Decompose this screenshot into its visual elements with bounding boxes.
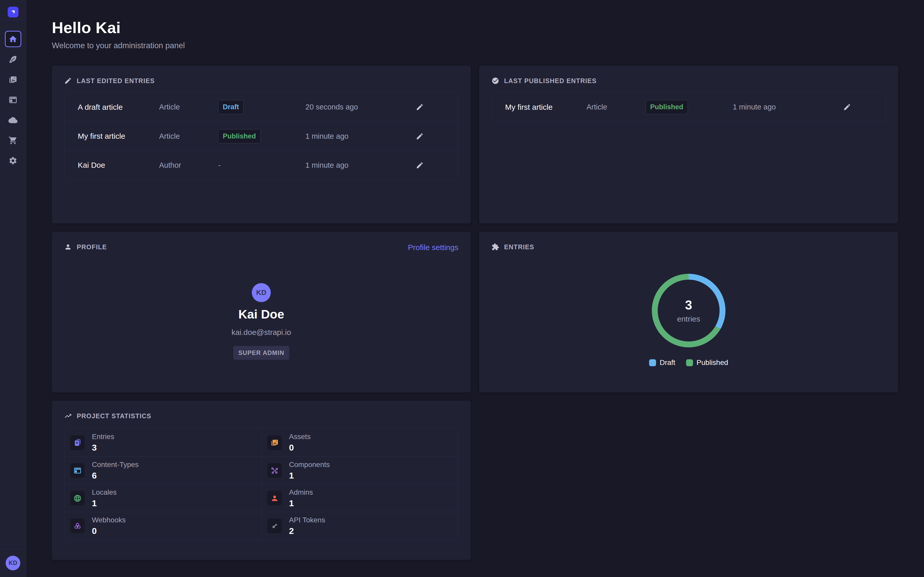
main-content: Hello Kai Welcome to your administration… bbox=[26, 0, 924, 560]
sidebar-item-content-type-builder[interactable] bbox=[5, 92, 21, 108]
dashboard-grid: LAST EDITED ENTRIES A draft article Arti… bbox=[52, 66, 898, 560]
entry-status: Draft bbox=[218, 100, 305, 114]
donut-center: 3 entries bbox=[651, 273, 726, 348]
card-title: LAST EDITED ENTRIES bbox=[77, 77, 155, 85]
stat-components: Components1 bbox=[261, 456, 458, 484]
entry-kind: Article bbox=[586, 103, 646, 111]
api-tokens-icon bbox=[267, 519, 282, 533]
entries-total: 3 bbox=[685, 298, 692, 313]
last-edited-entries-card: LAST EDITED ENTRIES A draft article Arti… bbox=[52, 66, 471, 223]
content-type-builder-icon bbox=[8, 95, 18, 105]
entry-time: 1 minute ago bbox=[733, 103, 843, 111]
edit-entry-button[interactable] bbox=[416, 161, 424, 169]
legend-item-published: Published bbox=[686, 358, 728, 367]
stat-content-types: Content-Types6 bbox=[65, 456, 261, 484]
stat-label: Admins bbox=[289, 488, 313, 496]
stat-label: Locales bbox=[92, 488, 117, 496]
sidebar: KD bbox=[0, 0, 26, 577]
pencil-icon bbox=[416, 103, 424, 111]
profile-card: PROFILE Profile settings KD Kai Doe kai.… bbox=[52, 232, 471, 392]
table-row: A draft article Article Draft 20 seconds… bbox=[65, 93, 458, 122]
settings-gear-icon bbox=[8, 156, 18, 165]
avatar: KD bbox=[252, 283, 271, 302]
person-icon bbox=[64, 243, 72, 251]
stat-label: API Tokens bbox=[289, 516, 325, 524]
entry-name: My first article bbox=[505, 103, 586, 111]
user-avatar[interactable]: KD bbox=[6, 556, 20, 571]
project-statistics-card: PROJECT STATISTICS Entries3 Assets0 Cont… bbox=[52, 401, 471, 560]
entries-chart-card: ENTRIES 3 entries Draft bbox=[479, 232, 898, 392]
sidebar-bottom: KD bbox=[0, 550, 26, 577]
page-subtitle: Welcome to your administration panel bbox=[52, 41, 898, 50]
entries-icon bbox=[70, 435, 85, 450]
check-circle-icon bbox=[491, 77, 499, 85]
legend-item-draft: Draft bbox=[649, 358, 675, 367]
profile-body: KD Kai Doe kai.doe@strapi.io SUPER ADMIN bbox=[64, 251, 459, 360]
role-badge: SUPER ADMIN bbox=[233, 346, 289, 360]
sidebar-nav bbox=[5, 31, 21, 172]
strapi-logo[interactable] bbox=[8, 6, 18, 18]
pencil-icon bbox=[416, 161, 424, 169]
trending-up-icon bbox=[64, 412, 72, 420]
table-row: Kai Doe Author - 1 minute ago bbox=[65, 150, 458, 179]
pencil-icon bbox=[416, 132, 424, 140]
entry-kind: Article bbox=[159, 103, 218, 111]
card-header: LAST PUBLISHED ENTRIES bbox=[491, 77, 886, 85]
webhooks-icon bbox=[70, 519, 85, 533]
last-edited-table: A draft article Article Draft 20 seconds… bbox=[64, 92, 459, 180]
stat-value: 0 bbox=[289, 443, 310, 453]
sidebar-item-home[interactable] bbox=[5, 31, 21, 47]
entries-donut-chart: 3 entries bbox=[651, 273, 726, 348]
entry-status: Published bbox=[646, 100, 733, 114]
entry-time: 1 minute ago bbox=[305, 132, 416, 140]
edit-entry-button[interactable] bbox=[416, 132, 424, 140]
table-row: My first article Article Published 1 min… bbox=[65, 122, 458, 150]
sidebar-item-marketplace[interactable] bbox=[5, 132, 21, 148]
stat-label: Content-Types bbox=[92, 461, 139, 469]
content-types-icon bbox=[70, 463, 85, 478]
stat-api-tokens: API Tokens2 bbox=[261, 512, 458, 540]
profile-email: kai.doe@strapi.io bbox=[231, 328, 291, 337]
stat-value: 0 bbox=[92, 526, 126, 536]
edit-entry-button[interactable] bbox=[416, 103, 424, 111]
strapi-logo-icon bbox=[10, 9, 16, 15]
sidebar-item-content-manager[interactable] bbox=[5, 51, 21, 68]
sidebar-item-settings[interactable] bbox=[5, 152, 21, 169]
table-row: My first article Article Published 1 min… bbox=[492, 93, 885, 122]
legend-label: Draft bbox=[660, 358, 675, 367]
pencil-icon bbox=[64, 77, 72, 85]
stat-locales: Locales1 bbox=[65, 484, 261, 512]
sidebar-divider bbox=[0, 550, 26, 550]
entries-total-label: entries bbox=[677, 315, 700, 323]
entry-kind: Article bbox=[159, 132, 218, 140]
entry-name: Kai Doe bbox=[78, 161, 159, 169]
stats-table: Entries3 Assets0 Content-Types6 Componen… bbox=[64, 429, 459, 540]
card-title: ENTRIES bbox=[504, 243, 534, 251]
entry-kind: Author bbox=[159, 161, 218, 169]
entry-status: - bbox=[218, 161, 305, 169]
stat-admins: Admins1 bbox=[261, 484, 458, 512]
sidebar-item-deploy[interactable] bbox=[5, 112, 21, 128]
status-badge: Draft bbox=[218, 100, 244, 114]
chart-legend: Draft Published bbox=[649, 358, 728, 367]
edit-entry-button[interactable] bbox=[843, 103, 851, 111]
card-title: LAST PUBLISHED ENTRIES bbox=[504, 77, 597, 85]
sidebar-item-media-library[interactable] bbox=[5, 71, 21, 88]
card-title: PROFILE bbox=[77, 243, 107, 251]
stat-value: 1 bbox=[289, 498, 313, 508]
status-badge: Published bbox=[218, 129, 260, 143]
profile-settings-link[interactable]: Profile settings bbox=[408, 243, 459, 252]
cloud-icon bbox=[8, 116, 18, 125]
card-header: ENTRIES bbox=[491, 243, 534, 251]
components-icon bbox=[267, 463, 282, 478]
home-icon bbox=[8, 35, 18, 44]
stat-value: 2 bbox=[289, 526, 325, 536]
last-published-entries-card: LAST PUBLISHED ENTRIES My first article … bbox=[479, 66, 898, 223]
card-header: PROJECT STATISTICS bbox=[64, 412, 459, 420]
puzzle-icon bbox=[491, 243, 499, 251]
stat-label: Entries bbox=[92, 433, 114, 441]
entry-status: Published bbox=[218, 129, 305, 143]
assets-icon bbox=[267, 435, 282, 450]
stat-value: 3 bbox=[92, 443, 114, 453]
status-badge: Published bbox=[646, 100, 688, 114]
